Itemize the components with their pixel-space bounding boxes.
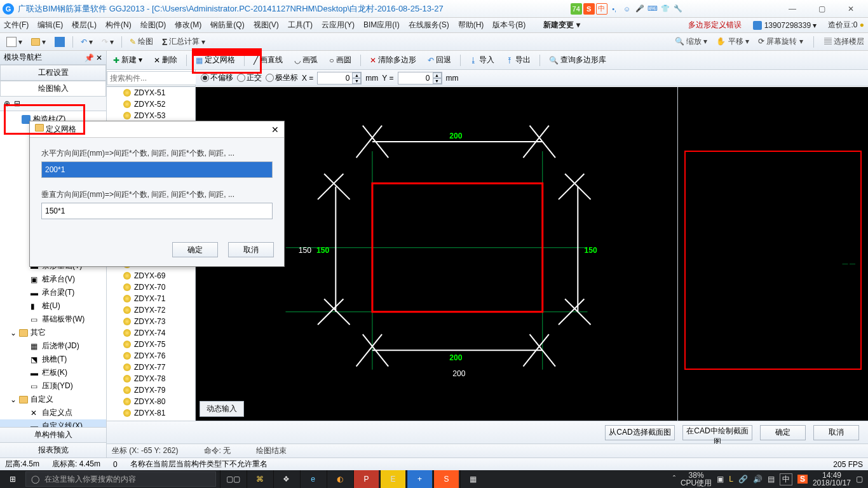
menu-file[interactable]: 文件(F) (4, 20, 29, 30)
poly-export-button[interactable]: ⭱导出 (503, 53, 533, 67)
dlg-cancel-button[interactable]: 取消 (228, 242, 274, 257)
radio-ortho[interactable]: 正交 (237, 72, 262, 83)
dlg-input-v[interactable] (41, 203, 273, 219)
menu-newchange[interactable]: 新建变更 ▾ (543, 20, 580, 30)
poly-arc-button[interactable]: ◡画弧 (292, 53, 320, 67)
tree-item[interactable]: ✕自定义点 (0, 406, 106, 419)
list-item[interactable]: ZDYX-73 (107, 316, 195, 327)
tree-zdy[interactable]: ⌄ 自定义 (0, 393, 106, 406)
menu-tool[interactable]: 工具(T) (288, 20, 313, 30)
minimize-button[interactable]: — (778, 0, 807, 18)
ime-skin-icon[interactable]: 👕 (660, 3, 671, 15)
tree-qita[interactable]: ⌄ 其它 (0, 326, 106, 339)
list-item[interactable]: ZDYX-72 (107, 304, 195, 316)
dialog-close-button[interactable]: ✕ (271, 125, 279, 135)
tree-item[interactable]: ▣桩承台(V) (0, 273, 106, 286)
taskbar-search[interactable]: ◯在这里输入你要搜索的内容 (25, 471, 216, 487)
ime-zh-tray[interactable]: 中 (780, 473, 792, 485)
dynamic-input-button[interactable]: 动态输入 (200, 401, 244, 417)
poly-undo-button[interactable]: ↶回退 (425, 53, 454, 67)
ime-s-tray[interactable]: S (797, 475, 808, 484)
user-account[interactable]: 13907298339 ▾ (753, 21, 817, 30)
tray-icon[interactable]: 🔗 (738, 475, 748, 484)
tab-project-settings[interactable]: 工程设置 (0, 65, 106, 81)
menu-rebar[interactable]: 钢筋量(Q) (210, 20, 244, 30)
list-item[interactable]: ZDYX-79 (107, 384, 195, 396)
cad-draw-button[interactable]: 在CAD中绘制截面图 (682, 425, 752, 440)
sum-button[interactable]: Σ汇总计算▾ (159, 35, 208, 48)
clock[interactable]: 14:492018/10/17 (813, 471, 851, 487)
tab-draw-input[interactable]: 绘图输入 (0, 81, 106, 97)
ime-s-icon[interactable]: S (583, 3, 595, 15)
cad-select-button[interactable]: 从CAD选择截面图 (605, 425, 675, 440)
menu-bim[interactable]: BIM应用(I) (363, 20, 400, 30)
list-item[interactable]: ZDYX-76 (107, 350, 195, 362)
menu-modify[interactable]: 修改(M) (175, 20, 201, 30)
task-app-8[interactable]: ▦ (460, 470, 485, 488)
list-item[interactable]: ZDYX-80 (107, 396, 195, 407)
poly-del-button[interactable]: ✕删除 (151, 53, 180, 67)
list-item[interactable]: ZDYX-69 (107, 270, 195, 281)
zoom-button[interactable]: 🔍 缩放 ▾ (675, 36, 708, 47)
dlg-input-h[interactable] (41, 161, 273, 178)
tab-single-input[interactable]: 单构件输入 (0, 427, 106, 442)
ime-smile-icon[interactable]: ☺ (621, 3, 633, 15)
undo-button[interactable]: ↶▾ (78, 36, 95, 48)
select-floor-button[interactable]: ▤ 选择楼层 (824, 36, 864, 47)
start-button[interactable]: ⊞ (0, 475, 25, 484)
task-app-1[interactable]: ⌘ (247, 470, 272, 488)
task-edge[interactable]: e (300, 470, 325, 488)
ime-zh-icon[interactable]: 中 (596, 3, 607, 15)
cpu-widget[interactable]: 38%CPU使用 (681, 471, 712, 487)
taskview-icon[interactable]: ▢▢ (220, 470, 245, 488)
list-item[interactable]: ZDYX-74 (107, 327, 195, 339)
task-app-3[interactable]: ◐ (327, 470, 352, 488)
menu-draw[interactable]: 绘图(D) (140, 20, 166, 30)
ime-punct-icon[interactable]: •, (609, 3, 620, 15)
menu-view[interactable]: 视图(V) (254, 20, 279, 30)
list-item[interactable]: ZDYX-81 (107, 407, 195, 419)
ime-keyboard-icon[interactable]: ⌨ (647, 3, 658, 15)
ime-mic-icon[interactable]: 🎤 (634, 3, 646, 15)
tree-item[interactable]: ▬承台梁(T) (0, 286, 106, 299)
pan-button[interactable]: ✋ 平移 ▾ (716, 36, 749, 47)
list-item[interactable]: ZDYX-53 (107, 110, 195, 121)
tree-custom-line[interactable]: ▬自定义线(X) (0, 419, 106, 427)
poly-grid-button[interactable]: ▦定义网格 (193, 53, 238, 67)
tree-item[interactable]: ▮桩(U) (0, 299, 106, 313)
spin-up[interactable]: ▲ (433, 72, 442, 78)
menu-online[interactable]: 在线服务(S) (409, 20, 449, 30)
task-app-7[interactable]: S (433, 470, 459, 488)
dlg-ok-button[interactable]: 确定 (172, 242, 218, 257)
poly-query-button[interactable]: 🔍查询多边形库 (546, 53, 609, 67)
spin-down[interactable]: ▼ (433, 78, 442, 84)
draw-button[interactable]: ✎绘图 (127, 35, 156, 48)
tab-report[interactable]: 报表预览 (0, 442, 106, 458)
tray-icon[interactable]: L (729, 475, 733, 484)
poly-clear-button[interactable]: ✕清除多边形 (367, 53, 419, 67)
search-input[interactable] (107, 71, 208, 85)
task-app-2[interactable]: ❖ (273, 470, 299, 488)
menu-floor[interactable]: 楼层(L) (72, 20, 97, 30)
poly-line-button[interactable]: ╱画直线 (251, 53, 285, 67)
poly-new-button[interactable]: ✚新建 ▾ (111, 53, 145, 67)
close-button[interactable]: ✕ (836, 0, 865, 18)
coin-label[interactable]: 造价豆:0 ● (828, 20, 864, 30)
spin-up[interactable]: ▲ (352, 72, 361, 78)
radio-nooffset[interactable]: 不偏移 (201, 72, 233, 83)
task-app-5[interactable]: E (380, 470, 405, 488)
menu-cloud[interactable]: 云应用(Y) (322, 20, 355, 30)
ime-tool-icon[interactable]: 🔧 (672, 3, 684, 15)
tree-item[interactable]: ▬栏板(K) (0, 366, 106, 379)
radio-polar[interactable]: 极坐标 (266, 72, 298, 83)
poly-import-button[interactable]: ⭳导入 (467, 53, 497, 67)
rotate-button[interactable]: ⟳ 屏幕旋转 ▾ (758, 36, 803, 47)
pin-icon[interactable]: 📌 ✕ (85, 53, 102, 62)
tray-volume-icon[interactable]: 🔊 (753, 475, 763, 484)
tree-item[interactable]: ▦后浇带(JD) (0, 339, 106, 353)
tray-icon[interactable]: ▤ (768, 475, 775, 484)
list-item[interactable]: ZDYX-51 (107, 87, 195, 98)
notification-icon[interactable]: ▢ (856, 475, 863, 484)
tree-item[interactable]: ▭压顶(YD) (0, 379, 106, 393)
list-item[interactable]: ZDYX-78 (107, 373, 195, 384)
